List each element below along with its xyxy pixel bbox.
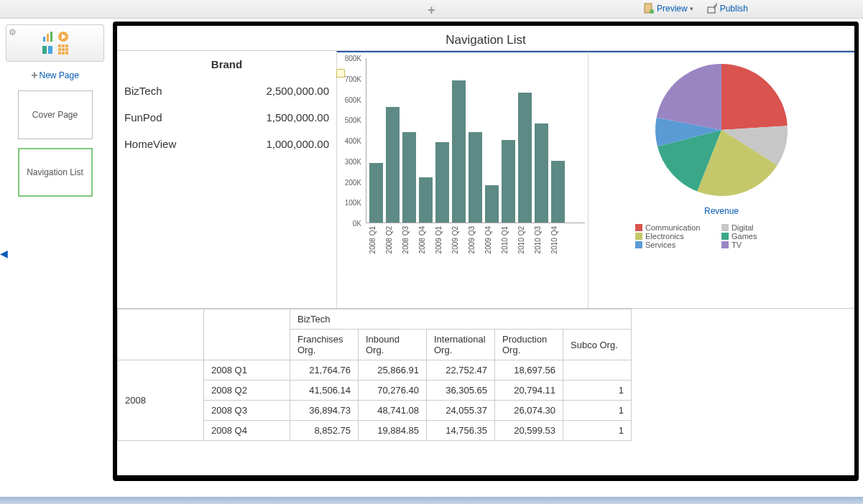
gear-icon[interactable]: ⚙ xyxy=(9,27,17,37)
pivot-cell: 22,752.47 xyxy=(427,360,495,381)
legend-label: Services xyxy=(645,241,675,249)
thumb-label: Cover Page xyxy=(32,110,78,120)
legend-swatch xyxy=(721,241,729,248)
bar xyxy=(386,107,400,223)
bar-chart-icon[interactable] xyxy=(42,31,53,42)
pie-chart[interactable]: Revenue CommunicationDigitalElectronicsG… xyxy=(589,51,854,308)
table-row: BizTech2,500,000.00 xyxy=(117,78,336,104)
page-thumb-cover[interactable]: Cover Page xyxy=(18,90,93,139)
pivot-cell: 14,756.35 xyxy=(427,421,495,441)
pivot-quarter: 2008 Q1 xyxy=(204,360,290,381)
thumb-label: Navigation List xyxy=(27,167,83,177)
svg-rect-14 xyxy=(62,52,65,55)
pivot-cell: 1 xyxy=(563,421,632,441)
pivot-col-header: Subco Org. xyxy=(563,330,632,360)
legend-item: TV xyxy=(721,241,808,249)
x-label: 2009 Q1 xyxy=(435,226,448,253)
preview-button[interactable]: Preview ▾ xyxy=(643,3,693,14)
plus-icon: + xyxy=(31,69,37,82)
legend-label: Games xyxy=(732,232,757,241)
component-palette[interactable]: ⚙ xyxy=(6,24,104,62)
legend-item: Games xyxy=(721,232,808,241)
svg-rect-10 xyxy=(58,48,61,51)
legend-item: Services xyxy=(635,241,721,249)
pivot-col-header: Production Org. xyxy=(495,330,563,360)
pivot-cell: 1 xyxy=(563,401,632,421)
bar xyxy=(518,93,532,223)
pivot-col-header: Inbound Org. xyxy=(359,330,427,360)
pie-legend: CommunicationDigitalElectronicsGamesServ… xyxy=(635,223,808,249)
pivot-cell: 21,764.76 xyxy=(290,360,359,381)
pivot-col-header: International Org. xyxy=(427,330,495,360)
bar xyxy=(369,163,383,223)
pivot-cell: 41,506.14 xyxy=(290,381,359,401)
pivot-table[interactable]: BizTech Franchises Org.Inbound Org.Inter… xyxy=(117,308,854,441)
legend-item: Digital xyxy=(721,223,808,232)
pivot-cell: 1 xyxy=(563,381,632,401)
x-label: 2009 Q3 xyxy=(468,226,481,253)
svg-point-1 xyxy=(650,9,654,14)
page-icon xyxy=(643,3,655,14)
dashboard-canvas[interactable]: Navigation List Brand BizTech2,500,000.0… xyxy=(113,22,859,481)
x-label: 2008 Q3 xyxy=(402,226,415,253)
publish-button[interactable]: Publish xyxy=(706,3,748,14)
svg-rect-7 xyxy=(58,45,61,47)
play-icon[interactable] xyxy=(57,31,69,42)
bar-chart[interactable]: 0K100K200K300K400K500K600K700K800K 2008 … xyxy=(337,51,589,308)
pivot-cell: 26,074.30 xyxy=(495,401,563,421)
pivot-year: 2008 xyxy=(118,360,204,441)
resize-handle-icon[interactable] xyxy=(336,69,345,78)
bar xyxy=(551,161,565,223)
legend-label: TV xyxy=(732,241,742,249)
x-label: 2008 Q1 xyxy=(369,226,382,253)
book-icon[interactable] xyxy=(42,44,53,55)
pivot-quarter: 2008 Q2 xyxy=(204,381,290,401)
svg-rect-9 xyxy=(65,45,68,47)
table-row: 20082008 Q121,764.7625,866.9122,752.4718… xyxy=(118,360,632,381)
svg-rect-4 xyxy=(47,34,49,42)
svg-rect-12 xyxy=(65,48,68,51)
new-page-button[interactable]: + New Page xyxy=(31,69,79,82)
x-label: 2008 Q4 xyxy=(418,226,432,253)
legend-swatch xyxy=(635,224,642,231)
legend-swatch xyxy=(635,241,642,248)
page-thumb-navigation[interactable]: Navigation List xyxy=(18,148,93,197)
pivot-cell: 36,894.73 xyxy=(290,401,359,421)
x-label: 2010 Q3 xyxy=(534,226,548,253)
preview-label: Preview xyxy=(657,4,688,14)
pivot-cell: 18,697.56 xyxy=(495,360,563,381)
pivot-cell: 36,305.65 xyxy=(427,381,495,401)
legend-swatch xyxy=(721,233,729,240)
bar xyxy=(502,140,515,223)
legend-label: Digital xyxy=(732,223,754,232)
bar xyxy=(402,132,416,223)
svg-rect-3 xyxy=(43,37,45,42)
page-title: Navigation List xyxy=(117,26,854,50)
bar xyxy=(535,123,548,223)
pivot-quarter: 2008 Q3 xyxy=(204,401,290,421)
legend-item: Electronics xyxy=(635,232,721,241)
pivot-cell: 20,599.53 xyxy=(495,421,563,441)
legend-label: Communication xyxy=(645,223,700,232)
bar xyxy=(469,132,482,223)
publish-label: Publish xyxy=(720,4,748,14)
table-row: HomeView1,000,000.00 xyxy=(117,131,336,157)
pie-svg xyxy=(650,58,793,202)
pie-title: Revenue xyxy=(704,206,739,216)
chevron-down-icon: ▾ xyxy=(690,5,693,12)
grid-icon[interactable] xyxy=(57,44,69,55)
x-label: 2009 Q2 xyxy=(451,226,465,253)
sidebar-collapse-icon[interactable]: ◀ xyxy=(0,248,9,261)
brand-header: Brand xyxy=(117,51,336,78)
brand-table[interactable]: Brand BizTech2,500,000.00 FunPod1,500,00… xyxy=(117,51,337,308)
pivot-cell: 25,866.91 xyxy=(359,360,427,381)
table-row: FunPod1,500,000.00 xyxy=(117,104,336,131)
pivot-cell: 19,884.85 xyxy=(359,421,427,441)
svg-rect-13 xyxy=(58,52,61,55)
svg-rect-5 xyxy=(50,32,52,42)
x-label: 2008 Q2 xyxy=(385,226,399,253)
add-page-icon[interactable]: + xyxy=(428,3,435,18)
new-page-label: New Page xyxy=(39,70,78,80)
pivot-quarter: 2008 Q4 xyxy=(204,421,290,441)
x-label: 2010 Q4 xyxy=(550,226,564,253)
